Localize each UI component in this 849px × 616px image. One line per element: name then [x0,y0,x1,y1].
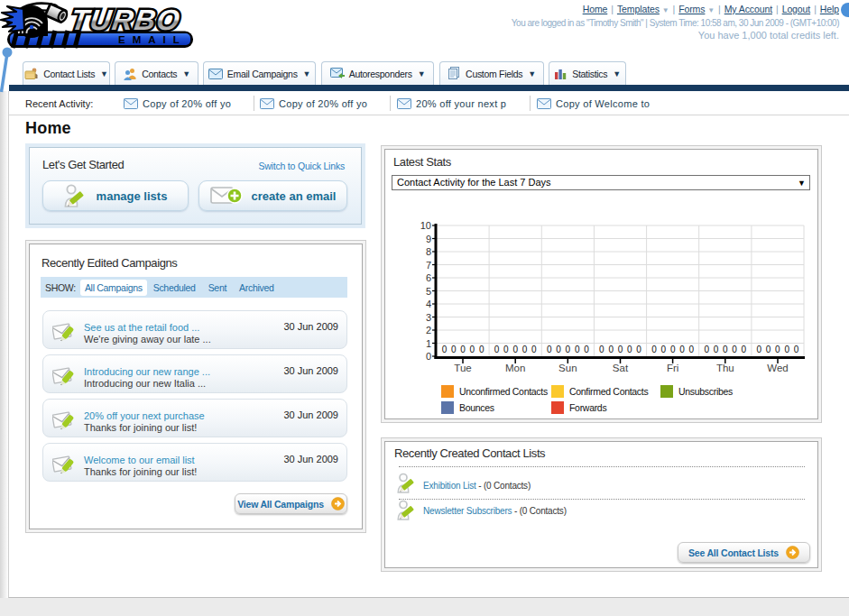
svg-text:8: 8 [426,246,431,257]
svg-text:0: 0 [627,345,632,354]
svg-text:4: 4 [426,299,431,309]
svg-text:0: 0 [723,345,728,354]
svg-text:0: 0 [512,345,518,354]
svg-text:Tue: Tue [454,363,471,373]
svg-text:0: 0 [522,345,528,354]
svg-text:Sun: Sun [558,363,577,373]
svg-text:0: 0 [575,345,580,354]
svg-text:0: 0 [689,345,695,354]
svg-text:6: 6 [426,272,431,283]
svg-text:10: 10 [420,220,431,231]
svg-text:0: 0 [494,345,500,354]
svg-text:0: 0 [714,345,719,354]
svg-text:0: 0 [661,345,667,354]
svg-text:0: 0 [679,345,685,354]
svg-text:0: 0 [426,351,431,362]
svg-text:0: 0 [608,345,614,354]
svg-text:0: 0 [618,345,623,354]
svg-text:0: 0 [479,345,484,354]
svg-text:0: 0 [442,345,448,354]
svg-text:0: 0 [451,345,457,354]
svg-text:7: 7 [426,260,431,271]
svg-text:0: 0 [547,345,552,354]
svg-text:0: 0 [732,345,737,354]
svg-text:1: 1 [426,338,431,349]
svg-text:0: 0 [651,345,657,354]
svg-text:TURBO: TURBO [69,4,182,36]
svg-text:0: 0 [742,345,747,354]
svg-text:0: 0 [670,345,676,354]
svg-text:0: 0 [766,345,771,354]
svg-text:0: 0 [556,345,561,354]
svg-text:3: 3 [426,312,431,323]
svg-text:5: 5 [426,286,431,297]
svg-text:Wed: Wed [767,363,788,373]
svg-text:0: 0 [503,345,509,354]
svg-text:Sat: Sat [613,363,629,373]
svg-text:0: 0 [775,345,780,354]
svg-text:0: 0 [784,345,789,354]
svg-text:Mon: Mon [505,363,525,373]
svg-text:0: 0 [460,345,466,354]
svg-text:0: 0 [470,345,475,354]
svg-text:0: 0 [599,345,604,354]
svg-text:0: 0 [757,345,762,354]
svg-text:0: 0 [794,345,799,354]
svg-text:2: 2 [426,325,431,336]
svg-text:0: 0 [584,345,589,354]
svg-text:0: 0 [636,345,641,354]
svg-text:Thu: Thu [716,363,734,373]
svg-text:0: 0 [704,345,709,354]
svg-text:0: 0 [531,345,537,354]
svg-text:Fri: Fri [667,363,678,373]
svg-text:9: 9 [426,234,431,244]
svg-text:0: 0 [566,345,571,354]
